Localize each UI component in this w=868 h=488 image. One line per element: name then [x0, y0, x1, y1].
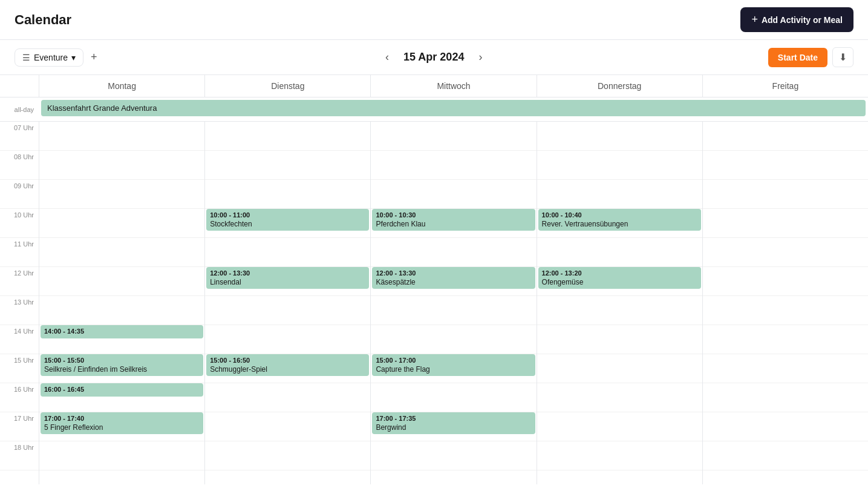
time-column: 07 Uhr 08 Uhr 09 Uhr 10 Uhr 11 Uhr 12 Uh… — [0, 122, 39, 484]
day-col-montag: 14:00 - 14:35 15:00 - 15:50 Seilkreis / … — [39, 122, 204, 484]
event-dienstag-stockfechten[interactable]: 10:00 - 11:00 Stockfechten — [206, 209, 369, 231]
prev-button[interactable]: ‹ — [380, 48, 394, 66]
add-activity-button[interactable]: + Add Activity or Meal — [740, 7, 853, 32]
event-time: 16:00 - 16:45 — [44, 386, 200, 393]
event-donnerstag-vertrauen[interactable]: 10:00 - 10:40 Rever. Vertrauensübungen — [538, 209, 701, 231]
day-col-dienstag: 10:00 - 11:00 Stockfechten 12:00 - 13:30… — [204, 122, 370, 484]
event-mittwoch-pferdchen[interactable]: 10:00 - 10:30 Pferdchen Klau — [372, 209, 535, 231]
toolbar-left: ☰ Eventure ▾ + — [15, 48, 100, 67]
mittwoch-inner: 10:00 - 10:30 Pferdchen Klau 12:00 - 13:… — [371, 122, 536, 470]
time-slot-11: 11 Uhr — [0, 238, 39, 267]
time-grid: 07 Uhr 08 Uhr 09 Uhr 10 Uhr 11 Uhr 12 Uh… — [0, 122, 868, 484]
event-mittwoch-bergwind[interactable]: 17:00 - 17:35 Bergwind — [372, 412, 535, 434]
toolbar-right: Start Date ⬇ — [768, 47, 853, 67]
event-title: Capture the Flag — [376, 365, 531, 374]
event-title: Bergwind — [376, 423, 531, 432]
time-slot-09: 09 Uhr — [0, 180, 39, 209]
event-time: 12:00 - 13:20 — [542, 269, 697, 277]
event-montag-16[interactable]: 16:00 - 16:45 — [41, 383, 203, 397]
event-time: 17:00 - 17:40 — [44, 415, 200, 422]
event-title: Linsendal — [210, 278, 365, 286]
dienstag-inner: 10:00 - 11:00 Stockfechten 12:00 - 13:30… — [205, 122, 370, 470]
event-time: 12:00 - 13:30 — [210, 269, 365, 277]
time-slot-12: 12 Uhr — [0, 267, 39, 296]
event-time: 10:00 - 10:40 — [542, 211, 697, 219]
event-mittwoch-kaesespatzle[interactable]: 12:00 - 13:30 Käsespätzle — [372, 267, 535, 289]
calendar-selector[interactable]: ☰ Eventure ▾ — [15, 48, 83, 67]
event-title: Seilkreis / Einfinden im Seilkreis — [44, 365, 200, 374]
calendar-name: Eventure — [34, 53, 68, 62]
add-button-label: Add Activity or Meal — [762, 15, 843, 25]
event-title: 5 Finger Reflexion — [44, 423, 200, 432]
time-slot-14: 14 Uhr — [0, 325, 39, 354]
page-title: Calendar — [15, 12, 71, 28]
time-slot-17: 17 Uhr — [0, 412, 39, 441]
event-time: 10:00 - 10:30 — [376, 211, 531, 219]
event-title: Rever. Vertrauensübungen — [542, 220, 697, 228]
all-day-cells: Klassenfahrt Grande Adventura — [39, 97, 868, 121]
plus-icon: + — [751, 13, 758, 26]
current-date: 15 Apr 2024 — [403, 51, 464, 64]
all-day-row: all-day Klassenfahrt Grande Adventura — [0, 97, 868, 122]
toolbar: ☰ Eventure ▾ + ‹ 15 Apr 2024 › Start Dat… — [0, 40, 868, 75]
time-slot-08: 08 Uhr — [0, 151, 39, 180]
calendar-icon: ☰ — [22, 53, 30, 62]
event-title: Schmuggler-Spiel — [210, 365, 365, 374]
montag-inner: 14:00 - 14:35 15:00 - 15:50 Seilkreis / … — [39, 122, 204, 470]
time-slot-16: 16 Uhr — [0, 383, 39, 412]
event-time: 10:00 - 11:00 — [210, 211, 365, 219]
day-header-freitag: Freitag — [702, 75, 868, 97]
event-title: Pferdchen Klau — [376, 220, 531, 228]
day-col-donnerstag: 10:00 - 10:40 Rever. Vertrauensübungen 1… — [537, 122, 702, 484]
event-time: 15:00 - 17:00 — [376, 357, 531, 364]
event-title: Käsespätzle — [376, 278, 531, 286]
time-slot-13: 13 Uhr — [0, 296, 39, 325]
chevron-down-icon: ▾ — [71, 53, 76, 62]
time-slot-18: 18 Uhr — [0, 441, 39, 470]
event-time: 12:00 - 13:30 — [376, 269, 531, 277]
day-col-freitag — [702, 122, 868, 484]
freitag-inner — [703, 122, 868, 470]
event-time: 14:00 - 14:35 — [44, 328, 200, 335]
next-button[interactable]: › — [474, 48, 487, 66]
time-gutter — [0, 75, 39, 97]
day-header-donnerstag: Donnerstag — [537, 75, 702, 97]
event-montag-1435[interactable]: 14:00 - 14:35 — [41, 325, 203, 338]
donnerstag-inner: 10:00 - 10:40 Rever. Vertrauensübungen 1… — [537, 122, 702, 470]
day-header-dienstag: Dienstag — [204, 75, 370, 97]
event-time: 15:00 - 15:50 — [44, 357, 200, 364]
event-montag-seilkreis[interactable]: 15:00 - 15:50 Seilkreis / Einfinden im S… — [41, 354, 203, 376]
all-day-label: all-day — [0, 97, 39, 121]
start-date-button[interactable]: Start Date — [768, 48, 827, 67]
time-slot-07: 07 Uhr — [0, 122, 39, 151]
event-time: 15:00 - 16:50 — [210, 357, 365, 364]
event-time: 17:00 - 17:35 — [376, 415, 531, 422]
top-header: Calendar + Add Activity or Meal — [0, 0, 868, 40]
calendar-container: Montag Dienstag Mittwoch Donnerstag Frei… — [0, 75, 868, 484]
add-calendar-button[interactable]: + — [88, 48, 100, 66]
event-mittwoch-capture[interactable]: 15:00 - 17:00 Capture the Flag — [372, 354, 535, 376]
event-title: Ofengemüse — [542, 278, 697, 286]
event-donnerstag-ofengemuese[interactable]: 12:00 - 13:20 Ofengemüse — [538, 267, 701, 289]
day-col-mittwoch: 10:00 - 10:30 Pferdchen Klau 12:00 - 13:… — [370, 122, 536, 484]
event-dienstag-linsendal[interactable]: 12:00 - 13:30 Linsendal — [206, 267, 369, 289]
day-header-montag: Montag — [39, 75, 204, 97]
day-header-mittwoch: Mittwoch — [370, 75, 536, 97]
day-headers: Montag Dienstag Mittwoch Donnerstag Frei… — [0, 75, 868, 97]
time-slot-10: 10 Uhr — [0, 209, 39, 238]
download-button[interactable]: ⬇ — [832, 47, 853, 67]
event-montag-finger[interactable]: 17:00 - 17:40 5 Finger Reflexion — [41, 412, 203, 434]
event-title: Stockfechten — [210, 220, 365, 228]
event-dienstag-schmuggler[interactable]: 15:00 - 16:50 Schmuggler-Spiel — [206, 354, 369, 376]
toolbar-center: ‹ 15 Apr 2024 › — [380, 48, 487, 66]
all-day-event[interactable]: Klassenfahrt Grande Adventura — [41, 100, 866, 116]
time-slot-15: 15 Uhr — [0, 354, 39, 383]
